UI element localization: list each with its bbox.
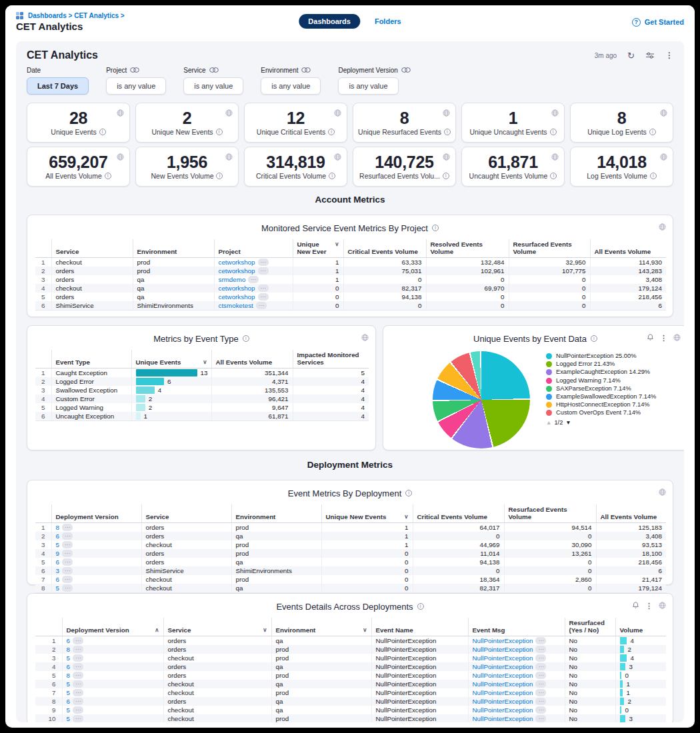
info-icon[interactable]: i: [550, 173, 557, 179]
link-cetworkshop[interactable]: cetworkshop: [219, 293, 255, 301]
link-icon[interactable]: [209, 67, 219, 74]
sort-desc-icon[interactable]: ∨: [203, 359, 207, 365]
more-badge[interactable]: ⋯: [62, 524, 73, 531]
link-cetworkshop[interactable]: cetworkshop: [219, 285, 255, 292]
globe-icon[interactable]: [673, 332, 681, 344]
legend-entry[interactable]: ExampleCaughtException 14.29%: [546, 368, 677, 376]
link-8[interactable]: 8: [67, 646, 70, 653]
link-5[interactable]: 5: [67, 689, 70, 696]
link-9[interactable]: 9: [56, 550, 59, 557]
kebab-icon[interactable]: ⋮: [645, 602, 653, 610]
link-nullpointerexception[interactable]: NullPointerException: [473, 715, 533, 722]
more-badge[interactable]: ⋯: [535, 715, 546, 722]
get-started-link[interactable]: ? Get Started: [632, 18, 684, 27]
link-8[interactable]: 8: [56, 524, 59, 531]
more-badge[interactable]: ⋯: [535, 698, 546, 705]
link-6[interactable]: 6: [56, 576, 59, 583]
tab-dashboards[interactable]: Dashboards: [299, 14, 360, 29]
dashboard-more-menu-icon[interactable]: ⋮: [665, 51, 673, 60]
more-badge[interactable]: ⋯: [73, 698, 83, 705]
legend-entry[interactable]: SAXParseException 7.14%: [546, 385, 677, 392]
globe-icon[interactable]: [659, 600, 666, 612]
sort-desc-icon[interactable]: ∨: [363, 626, 367, 633]
more-badge[interactable]: ⋯: [535, 706, 546, 714]
globe-icon[interactable]: [117, 107, 124, 119]
more-badge[interactable]: ⋯: [258, 259, 269, 266]
link-3[interactable]: 3: [56, 567, 59, 574]
filter-value-button[interactable]: is any value: [106, 77, 166, 95]
col-header-deployment-version[interactable]: Deployment Version: [51, 504, 141, 523]
link-cetworkshop[interactable]: cetworkshop: [219, 267, 255, 275]
link-srmdemo[interactable]: srmdemo: [219, 276, 246, 283]
link-nullpointerexception[interactable]: NullPointerException: [473, 689, 533, 696]
pager-down-icon[interactable]: ▼: [565, 419, 571, 426]
more-badge[interactable]: ⋯: [73, 680, 83, 688]
apps-grid-icon[interactable]: [16, 12, 23, 19]
info-icon[interactable]: i: [432, 225, 439, 231]
info-icon[interactable]: i: [650, 173, 657, 179]
tab-folders[interactable]: Folders: [375, 17, 401, 25]
more-badge[interactable]: ⋯: [73, 637, 83, 644]
sort-asc-icon[interactable]: ∧: [155, 626, 159, 633]
link-ctsmoketest[interactable]: ctsmoketest: [219, 302, 253, 309]
link-5[interactable]: 5: [67, 654, 70, 662]
more-badge[interactable]: ⋯: [258, 293, 269, 301]
sort-desc-icon[interactable]: ∨: [404, 513, 408, 520]
bell-icon[interactable]: [647, 332, 654, 344]
more-badge[interactable]: ⋯: [62, 576, 73, 583]
more-badge[interactable]: ⋯: [62, 541, 73, 548]
more-badge[interactable]: ⋯: [535, 646, 546, 653]
link-6[interactable]: 6: [67, 663, 70, 670]
info-icon[interactable]: i: [405, 490, 412, 496]
more-badge[interactable]: ⋯: [62, 550, 73, 557]
col-header-resolved-events-volume[interactable]: Resolved Events Volume: [426, 239, 509, 258]
col-header-event-msg[interactable]: Event Msg: [468, 618, 565, 636]
more-badge[interactable]: ⋯: [535, 637, 546, 644]
more-badge[interactable]: ⋯: [256, 302, 267, 309]
globe-icon[interactable]: [117, 151, 124, 163]
kebab-icon[interactable]: ⋮: [660, 334, 667, 343]
more-badge[interactable]: ⋯: [535, 680, 546, 688]
filter-value-button[interactable]: is any value: [261, 77, 321, 95]
more-badge[interactable]: ⋯: [248, 276, 259, 283]
filter-value-button[interactable]: is any value: [183, 77, 243, 95]
col-header-environment[interactable]: Environment: [231, 504, 321, 523]
link-5[interactable]: 5: [56, 584, 59, 592]
sort-desc-icon[interactable]: ∨: [335, 241, 339, 247]
link-nullpointerexception[interactable]: NullPointerException: [473, 654, 533, 662]
refresh-icon[interactable]: ↻: [627, 51, 635, 61]
info-icon[interactable]: i: [649, 129, 656, 135]
col-header-resurfaced[interactable]: Resurfaced(Yes / No): [565, 618, 615, 636]
link-6[interactable]: 6: [67, 698, 70, 705]
col-header-unique-events[interactable]: ∨Unique Events: [131, 350, 211, 368]
link-nullpointerexception[interactable]: NullPointerException: [473, 646, 533, 653]
link-8[interactable]: 8: [67, 672, 70, 679]
pager-up-icon[interactable]: ▲: [546, 419, 551, 426]
globe-icon[interactable]: [225, 151, 233, 163]
link-cetworkshop[interactable]: cetworkshop: [219, 259, 255, 266]
info-icon[interactable]: i: [417, 603, 424, 610]
link-5[interactable]: 5: [67, 680, 70, 688]
more-badge[interactable]: ⋯: [73, 689, 83, 696]
legend-entry[interactable]: Logged Error 21.43%: [546, 361, 677, 368]
legend-entry[interactable]: ExampleSwallowedException 7.14%: [546, 393, 677, 400]
globe-icon[interactable]: [660, 107, 667, 119]
col-header-all-events-volume[interactable]: All Events Volume: [596, 504, 666, 523]
globe-icon[interactable]: [334, 107, 341, 119]
link-nullpointerexception[interactable]: NullPointerException: [473, 680, 533, 688]
info-icon[interactable]: i: [328, 129, 335, 135]
legend-entry[interactable]: NullPointerException 25.00%: [546, 353, 677, 360]
col-header-critical-events-volume[interactable]: Critical Events Volume: [343, 239, 426, 258]
globe-icon[interactable]: [659, 486, 666, 498]
link-nullpointerexception[interactable]: NullPointerException: [473, 672, 533, 679]
info-icon[interactable]: i: [105, 173, 111, 179]
more-badge[interactable]: ⋯: [258, 267, 269, 275]
col-header-deployment-version[interactable]: ∧Deployment Version: [62, 618, 163, 636]
col-header-all-events-volume[interactable]: All Events Volume: [590, 239, 666, 258]
info-icon[interactable]: i: [243, 335, 249, 342]
col-header-service[interactable]: Service: [141, 504, 231, 523]
link-icon[interactable]: [130, 67, 139, 74]
globe-icon[interactable]: [659, 221, 666, 233]
col-header-impacted-monitored-services[interactable]: Impacted Monitored Services: [293, 350, 369, 368]
col-header-volume[interactable]: Volume: [615, 618, 666, 636]
